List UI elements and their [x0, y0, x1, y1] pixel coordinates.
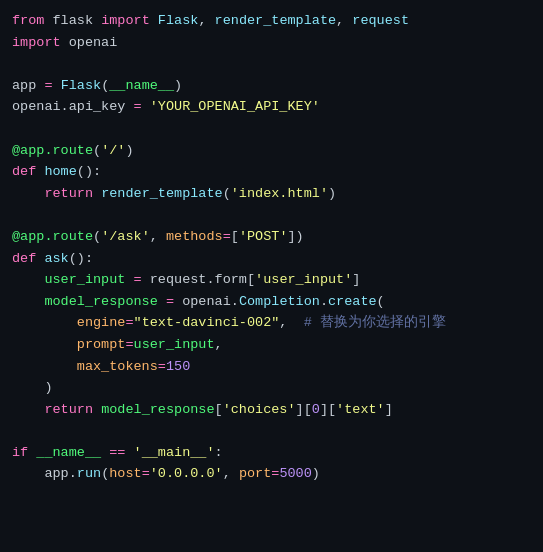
code-editor: from flask import Flask, render_template… [0, 0, 543, 552]
code-line-1: from flask import Flask, render_template… [12, 10, 531, 32]
code-line-9: return render_template('index.html') [12, 183, 531, 205]
code-line-3 [12, 53, 531, 75]
code-line-2: import openai [12, 32, 531, 54]
code-line-19: return model_response['choices'][0]['tex… [12, 399, 531, 421]
code-line-20 [12, 420, 531, 442]
code-line-13: user_input = request.form['user_input'] [12, 269, 531, 291]
code-line-4: app = Flask(__name__) [12, 75, 531, 97]
code-line-6 [12, 118, 531, 140]
code-line-17: max_tokens=150 [12, 356, 531, 378]
code-line-14: model_response = openai.Completion.creat… [12, 291, 531, 313]
code-line-15: engine="text-davinci-002", # 替换为你选择的引擎 [12, 312, 531, 334]
code-line-10 [12, 204, 531, 226]
code-line-5: openai.api_key = 'YOUR_OPENAI_API_KEY' [12, 96, 531, 118]
code-line-11: @app.route('/ask', methods=['POST']) [12, 226, 531, 248]
code-line-21: if __name__ == '__main__': [12, 442, 531, 464]
code-line-18: ) [12, 377, 531, 399]
code-line-22: app.run(host='0.0.0.0', port=5000) [12, 463, 531, 485]
code-line-16: prompt=user_input, [12, 334, 531, 356]
code-line-8: def home(): [12, 161, 531, 183]
code-line-7: @app.route('/') [12, 140, 531, 162]
code-line-12: def ask(): [12, 248, 531, 270]
